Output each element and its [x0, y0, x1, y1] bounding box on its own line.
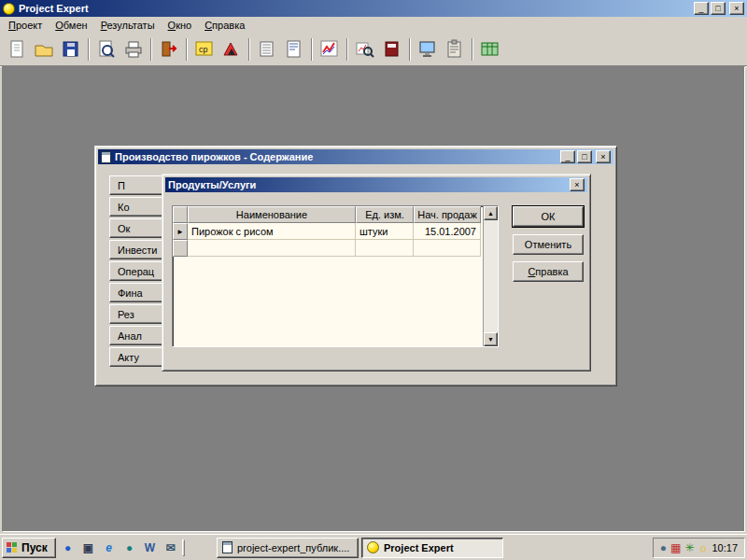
vertical-scrollbar[interactable]: ▲ ▼ — [483, 206, 498, 346]
mdi-titlebar[interactable]: Производство пирожков - Содержание _ □ × — [98, 149, 613, 164]
content-document-icon — [101, 151, 111, 163]
taskbar: Пуск ● ▣ e ● W ✉ project-expert_публик..… — [0, 534, 747, 560]
report-icon — [382, 39, 402, 60]
quicklaunch-mail-icon[interactable]: ✉ — [162, 539, 179, 556]
toolbar: cp — [0, 34, 747, 66]
toolbar-separator — [472, 38, 473, 61]
quicklaunch-word-icon[interactable]: W — [141, 539, 159, 556]
tray-icon-3[interactable]: ✳ — [684, 542, 694, 553]
taskbar-divider[interactable] — [182, 539, 185, 556]
task-label: Project Expert — [384, 542, 454, 553]
workspace: Производство пирожков - Содержание _ □ ×… — [2, 66, 745, 532]
text-description-icon — [284, 39, 304, 60]
mdi-close-button[interactable]: × — [596, 150, 611, 163]
dialog-titlebar[interactable]: Продукты/Услуги × — [165, 177, 587, 192]
help-button[interactable]: Справка — [513, 261, 584, 282]
clock: 10:17 — [712, 542, 738, 553]
column-header-name[interactable]: Наименование — [188, 206, 356, 223]
cell-empty[interactable] — [188, 240, 356, 257]
menu-window[interactable]: Окно — [162, 18, 199, 33]
print-preview-icon — [96, 39, 117, 60]
task-button-project-expert[interactable]: Project Expert — [361, 538, 503, 558]
print-button[interactable] — [120, 36, 147, 63]
analysis-button[interactable] — [352, 36, 378, 63]
taxes-list-button[interactable] — [254, 36, 280, 63]
app-lightbulb-icon[interactable] — [3, 3, 15, 15]
currencies-button[interactable]: cp — [191, 36, 218, 63]
menu-exchange[interactable]: Обмен — [49, 18, 93, 33]
save-project-button[interactable] — [58, 36, 84, 63]
toolbar-separator — [409, 38, 411, 61]
mdi-restore-button[interactable]: □ — [577, 150, 592, 163]
table-header-row: Наименование Ед. изм. Нач. продаж — [173, 206, 498, 223]
mdi-window-title: Производство пирожков - Содержание — [115, 151, 557, 162]
inflation-icon — [221, 39, 242, 60]
chart-icon — [319, 39, 340, 60]
column-header-unit[interactable]: Ед. изм. — [356, 206, 414, 223]
screen-button[interactable] — [415, 36, 441, 63]
cell-sales-start[interactable]: 15.01.2007 — [414, 223, 481, 240]
clipboard-button[interactable] — [442, 36, 468, 63]
menu-results[interactable]: Результаты — [94, 18, 162, 33]
start-button[interactable]: Пуск — [2, 538, 56, 558]
project-expert-lightbulb-icon — [367, 541, 379, 553]
quicklaunch-ie-icon[interactable]: e — [100, 539, 118, 556]
quicklaunch-globe-icon[interactable]: ● — [120, 539, 138, 556]
menubar: Проект Обмен Результаты Окно Справка — [0, 17, 747, 34]
text-description-button[interactable] — [281, 36, 307, 63]
system-tray: ● ▦ ✳ ☼ 10:17 — [653, 538, 745, 558]
tray-icon-4[interactable]: ☼ — [698, 542, 708, 553]
task-button-document[interactable]: project-expert_публик.... — [217, 538, 359, 558]
main-titlebar[interactable]: Project Expert _ □ × — [0, 0, 747, 17]
dialog-close-button[interactable]: × — [570, 178, 585, 191]
new-project-button[interactable] — [4, 36, 30, 63]
products-table: Наименование Ед. изм. Нач. продаж ► Пиро… — [172, 205, 499, 347]
cash-flow-table-button[interactable] — [477, 36, 503, 63]
quicklaunch-internet-icon[interactable]: ● — [59, 539, 77, 556]
toolbar-separator — [346, 38, 348, 61]
report-button[interactable] — [379, 36, 405, 63]
chart-button[interactable] — [317, 36, 343, 63]
quicklaunch-save-icon[interactable]: ▣ — [79, 539, 97, 556]
column-header-start[interactable]: Нач. продаж — [414, 206, 481, 223]
start-label: Пуск — [21, 541, 48, 554]
open-project-button[interactable] — [31, 36, 57, 63]
print-icon — [123, 39, 144, 60]
analysis-icon — [355, 39, 375, 60]
maximize-button[interactable]: □ — [711, 2, 726, 15]
windows-logo-icon — [7, 542, 18, 553]
exit-button[interactable] — [156, 36, 182, 63]
row-marker-icon[interactable]: ► — [173, 223, 188, 240]
row-selector[interactable] — [173, 240, 188, 257]
scroll-up-icon[interactable]: ▲ — [484, 206, 498, 220]
minimize-button[interactable]: _ — [694, 2, 709, 15]
dialog-title: Продукты/Услуги — [168, 179, 566, 190]
main-window-title: Project Expert — [19, 3, 690, 14]
cancel-button[interactable]: Отменить — [513, 234, 584, 255]
cash-flow-table-icon — [480, 39, 500, 60]
menu-project[interactable]: Проект — [2, 18, 49, 33]
taxes-list-icon — [257, 39, 277, 60]
tray-icon-2[interactable]: ▦ — [670, 542, 681, 553]
cell-empty[interactable] — [356, 240, 414, 257]
open-project-icon — [34, 39, 54, 60]
toolbar-separator — [88, 38, 90, 61]
screen-icon — [417, 39, 438, 60]
print-preview-button[interactable] — [93, 36, 120, 63]
scroll-down-icon[interactable]: ▼ — [484, 332, 498, 346]
menu-help[interactable]: Справка — [198, 18, 251, 33]
toolbar-separator — [186, 38, 188, 61]
close-button[interactable]: × — [729, 2, 744, 15]
row-selector-header — [173, 206, 188, 223]
products-dialog: Продукты/Услуги × Наименование Ед. изм. … — [162, 174, 591, 371]
mdi-minimize-button[interactable]: _ — [560, 150, 575, 163]
ok-button[interactable]: ОК — [513, 206, 584, 227]
cell-product-name[interactable]: Пирожок с рисом — [188, 223, 356, 240]
currencies-icon: cp — [194, 39, 215, 60]
inflation-button[interactable] — [218, 36, 245, 63]
tray-icon-1[interactable]: ● — [660, 542, 667, 553]
cell-empty[interactable] — [414, 240, 481, 257]
table-row-empty[interactable] — [173, 240, 498, 257]
table-row[interactable]: ► Пирожок с рисом штуки 15.01.2007 — [173, 223, 498, 240]
cell-unit[interactable]: штуки — [356, 223, 414, 240]
